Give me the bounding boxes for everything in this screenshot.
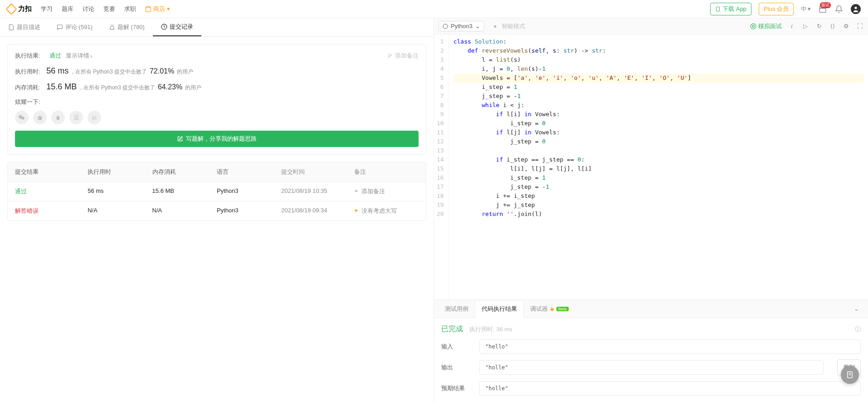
- notes-fab[interactable]: [841, 366, 859, 384]
- fullscreen-icon[interactable]: ⛶: [856, 23, 863, 29]
- plus-member-button[interactable]: Plus 会员: [759, 3, 794, 15]
- info-circle-icon: [443, 24, 448, 29]
- weibo-share-icon[interactable]: [33, 111, 47, 124]
- cell-lang: Python3: [217, 187, 281, 196]
- console-content: 已完成 执行用时: 36 ms ⓘ 输入 "hello" 输出 "holle" …: [434, 318, 868, 402]
- svg-point-12: [751, 24, 756, 29]
- tab-solutions[interactable]: 题解 (780): [101, 18, 153, 36]
- cell-result: 解答错误: [15, 207, 88, 215]
- mock-interview-button[interactable]: 模拟面试: [750, 22, 782, 30]
- line-gutter: 1234567891011121314151617181920: [434, 34, 449, 299]
- user-avatar[interactable]: [851, 4, 861, 14]
- language-select[interactable]: Python3 ⌄: [439, 21, 484, 31]
- flag-icon: [354, 208, 360, 214]
- cell-note[interactable]: 没有考虑大写: [354, 207, 419, 215]
- streak-icon[interactable]: 面试: [818, 5, 827, 13]
- cell-time: 56 ms: [88, 187, 152, 196]
- settings-icon[interactable]: ⚙: [843, 23, 850, 29]
- cell-date: 2021/08/19 10:35: [281, 187, 354, 196]
- console-status: 已完成: [441, 324, 463, 334]
- collapse-console-icon[interactable]: ⌄: [849, 301, 863, 317]
- console-panel: 测试用例 代码执行结果 调试器 Beta ⌄ 已完成 执行用时: 36 ms ⓘ: [434, 299, 868, 402]
- douban-share-icon[interactable]: 豆: [69, 111, 83, 124]
- penguin-icon: [852, 5, 859, 13]
- reset-icon[interactable]: ↻: [815, 23, 823, 29]
- cell-note[interactable]: 添加备注: [354, 187, 419, 196]
- language-selector[interactable]: 中 ▾: [801, 5, 811, 13]
- qq-share-icon[interactable]: [51, 111, 65, 124]
- logo-icon: [5, 3, 17, 15]
- flag-icon: [354, 189, 360, 194]
- social-row: 豆 in: [15, 111, 419, 124]
- ai-mode-label[interactable]: 智能模式: [502, 22, 525, 30]
- submission-table: 提交结果 执行用时 内存消耗 语言 提交时间 备注 通过 56 ms 15.6 …: [7, 162, 426, 221]
- output-value: "holle": [479, 360, 824, 375]
- shop-icon: [145, 6, 151, 12]
- expected-label: 预期结果: [441, 384, 470, 392]
- cell-result: 通过: [15, 187, 88, 196]
- svg-point-9: [39, 118, 40, 119]
- streak-badge: 面试: [820, 2, 831, 8]
- target-icon: [750, 23, 756, 29]
- tab-description[interactable]: 题目描述: [0, 18, 49, 36]
- table-row[interactable]: 解答错误 N/A N/A Python3 2021/08/19 09:34 没有…: [8, 201, 426, 221]
- output-label: 输出: [441, 363, 470, 372]
- info-icon[interactable]: i: [788, 23, 795, 29]
- logo[interactable]: 力扣: [7, 5, 32, 13]
- tab-submissions[interactable]: 提交记录: [153, 18, 201, 36]
- wechat-share-icon[interactable]: [15, 111, 29, 124]
- nav-jobs[interactable]: 求职: [124, 5, 136, 13]
- add-note-button[interactable]: 添加备注: [388, 52, 419, 60]
- svg-point-8: [38, 116, 42, 120]
- bookmark-icon[interactable]: ⟨⟩: [829, 23, 836, 29]
- chevron-right-icon: ›: [90, 53, 92, 59]
- download-app-button[interactable]: 下载 App: [710, 3, 751, 15]
- tab-debugger[interactable]: 调试器 Beta: [524, 300, 575, 318]
- svg-point-10: [57, 116, 60, 120]
- code-area[interactable]: class Solution: def reverseVowels(self, …: [449, 34, 868, 299]
- flask-icon: [109, 24, 115, 30]
- expected-value: "holle": [479, 381, 861, 396]
- result-card: 执行结果: 通过 显示详情 › 添加备注 执行用时: 56 ms , 在所有 P…: [7, 44, 426, 155]
- svg-point-4: [854, 6, 857, 9]
- edit-icon: [177, 136, 183, 142]
- run-icon[interactable]: ▷: [802, 23, 809, 29]
- nav-discuss[interactable]: 讨论: [83, 5, 94, 13]
- notification-icon[interactable]: [834, 5, 844, 13]
- write-solution-button[interactable]: 写题解，分享我的解题思路: [15, 131, 419, 147]
- result-label: 执行结果:: [15, 52, 40, 60]
- history-icon: [161, 24, 167, 30]
- svg-point-11: [443, 24, 448, 29]
- table-row[interactable]: 通过 56 ms 15.6 MB Python3 2021/08/19 10:3…: [8, 181, 426, 201]
- svg-point-13: [752, 25, 755, 27]
- nav-shop[interactable]: 商店 ▾: [145, 5, 170, 13]
- left-tabs: 题目描述 评论 (591) 题解 (780) 提交记录: [0, 18, 434, 37]
- left-pane: 题目描述 评论 (591) 题解 (780) 提交记录 执行结果: 通过: [0, 18, 434, 402]
- nav-problems[interactable]: 题库: [62, 5, 73, 13]
- description-icon: [8, 24, 15, 30]
- memory-metric: 内存消耗: 15.6 MB , 在所有 Python3 提交中击败了 64.23…: [15, 82, 419, 92]
- top-navbar: 力扣 学习 题库 讨论 竞赛 求职 商店 ▾ 下载 App Plus 会员 中 …: [0, 0, 868, 18]
- code-editor[interactable]: 1234567891011121314151617181920 class So…: [434, 34, 868, 299]
- svg-point-7: [21, 117, 24, 120]
- nav-learn[interactable]: 学习: [41, 5, 53, 13]
- caret-down-icon: ▾: [167, 5, 170, 12]
- phone-icon: [715, 6, 721, 12]
- tab-result[interactable]: 代码执行结果: [475, 300, 524, 318]
- show-detail-link[interactable]: 显示详情 ›: [66, 52, 92, 60]
- share-label: 炫耀一下:: [15, 98, 419, 106]
- chevron-down-icon: ⌄: [475, 23, 480, 29]
- comment-icon: [57, 24, 63, 30]
- navbar-left: 力扣 学习 题库 讨论 竞赛 求职 商店 ▾: [7, 5, 170, 13]
- navbar-right: 下载 App Plus 会员 中 ▾ 面试: [710, 3, 861, 15]
- table-header: 提交结果 执行用时 内存消耗 语言 提交时间 备注: [8, 162, 426, 181]
- nav-contest[interactable]: 竞赛: [103, 5, 115, 13]
- cell-date: 2021/08/19 09:34: [281, 207, 354, 215]
- linkedin-share-icon[interactable]: in: [88, 111, 101, 124]
- editor-toolbar: Python3 ⌄ ● 智能模式 模拟面试 i ▷ ↻ ⟨⟩ ⚙ ⛶: [434, 18, 868, 34]
- right-pane: Python3 ⌄ ● 智能模式 模拟面试 i ▷ ↻ ⟨⟩ ⚙ ⛶: [434, 18, 868, 402]
- runtime-metric: 执行用时: 56 ms , 在所有 Python3 提交中击败了 72.01% …: [15, 66, 419, 76]
- tab-testcase[interactable]: 测试用例: [439, 300, 475, 318]
- info-icon[interactable]: ⓘ: [855, 325, 861, 333]
- tab-comments[interactable]: 评论 (591): [49, 18, 101, 36]
